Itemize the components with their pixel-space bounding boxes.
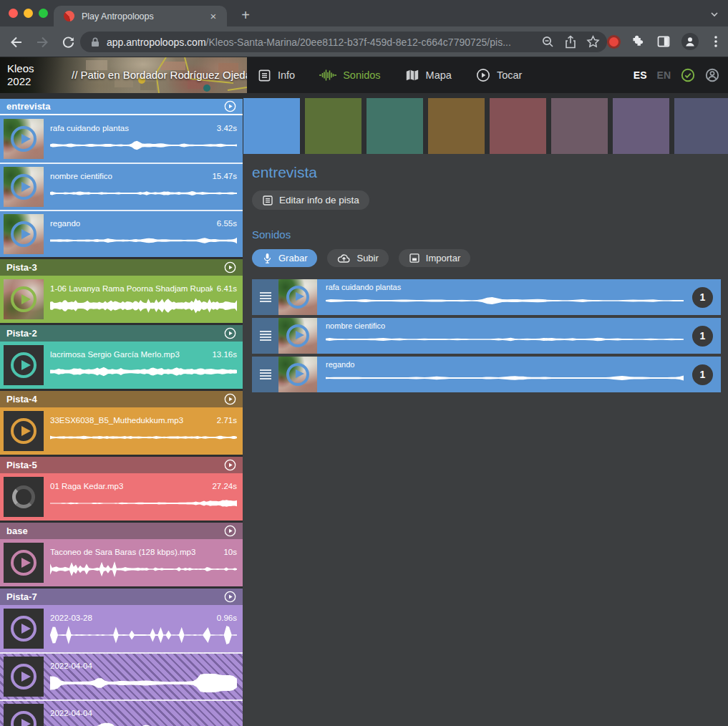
track-header[interactable]: entrevista xyxy=(0,99,243,115)
upload-button[interactable]: Subir xyxy=(327,249,388,267)
sound-title: 1-06 Lavanya Rama Poorna Shadjam Rupak..… xyxy=(50,284,213,293)
nav-tab-info[interactable]: Info xyxy=(258,69,295,82)
sound-duration: 10s xyxy=(223,548,237,556)
tab-search-chevron-icon[interactable] xyxy=(709,9,719,19)
lang-es-button[interactable]: ES xyxy=(634,69,647,81)
track-swatch-6[interactable] xyxy=(551,98,608,154)
track-play-icon[interactable] xyxy=(224,100,236,112)
sound-thumbnail[interactable] xyxy=(4,477,44,517)
track-header[interactable]: Pista-4 xyxy=(0,391,243,407)
zoom-window-button[interactable] xyxy=(39,9,48,18)
drag-handle[interactable] xyxy=(252,357,278,392)
sound-item[interactable]: regando6.55s xyxy=(0,210,243,257)
track-swatch-3[interactable] xyxy=(367,98,423,154)
import-button[interactable]: Importar xyxy=(399,249,470,267)
sound-item[interactable]: 01 Raga Kedar.mp327.24s xyxy=(0,473,243,521)
sound-item[interactable]: lacrimosa Sergio García Merlo.mp313.16s xyxy=(0,342,243,389)
nav-tab-tocar[interactable]: Tocar xyxy=(476,68,522,82)
reload-button[interactable] xyxy=(59,33,77,52)
forward-button[interactable] xyxy=(33,33,52,52)
sound-thumbnail[interactable] xyxy=(4,609,44,649)
sound-item[interactable]: 2022-04-04 xyxy=(0,700,243,726)
extensions-puzzle-icon[interactable] xyxy=(631,34,646,49)
account-icon[interactable] xyxy=(705,68,719,82)
sound-thumbnail[interactable] xyxy=(4,279,44,319)
track-swatch-1[interactable] xyxy=(243,98,300,154)
sound-item[interactable]: 2022-03-280.96s xyxy=(0,605,243,652)
sound-thumbnail[interactable] xyxy=(4,345,44,385)
track-header[interactable]: Pista-5 xyxy=(0,457,243,473)
side-panel-icon[interactable] xyxy=(656,34,671,49)
track-play-icon[interactable] xyxy=(224,591,236,603)
track-swatch-5[interactable] xyxy=(490,98,546,154)
sound-item[interactable]: 33ESX6038_B5_Muthedukkum.mp32.71s xyxy=(0,407,243,455)
share-icon[interactable] xyxy=(564,35,577,49)
sound-thumbnail[interactable] xyxy=(4,214,44,254)
sound-duration: 15.47s xyxy=(212,172,237,180)
drag-handle[interactable] xyxy=(252,279,278,315)
sound-thumbnail[interactable] xyxy=(4,543,44,583)
track-section-pista-5: Pista-5 01 Raga Kedar.mp327.24s xyxy=(0,457,243,521)
nav-tab-sonidos[interactable]: Sonidos xyxy=(319,69,380,82)
track-play-icon[interactable] xyxy=(224,393,236,405)
sound-thumbnail[interactable] xyxy=(4,119,44,159)
track-header[interactable]: base xyxy=(0,523,243,539)
lang-en-button[interactable]: EN xyxy=(657,69,671,81)
waveform xyxy=(326,292,684,309)
sound-thumbnail[interactable] xyxy=(4,704,44,726)
new-tab-button[interactable]: + xyxy=(236,6,255,24)
sound-row[interactable]: regando 1 xyxy=(252,357,721,392)
tab-close-icon[interactable]: × xyxy=(207,10,220,22)
browser-toolbar: app.antropoloops.com/Kleos-Santa-Marina/… xyxy=(0,26,728,57)
bookmark-star-icon[interactable] xyxy=(586,35,600,49)
drag-handle-icon xyxy=(260,291,271,304)
window-controls xyxy=(9,9,48,18)
record-button[interactable]: Grabar xyxy=(252,249,317,267)
sound-thumbnail[interactable] xyxy=(4,657,44,697)
record-extension-icon[interactable] xyxy=(609,37,618,47)
sound-row[interactable]: nombre cientifico 1 xyxy=(252,318,721,354)
edit-track-info-button[interactable]: Editar info de pista xyxy=(252,190,369,210)
sound-thumbnail[interactable] xyxy=(4,167,44,207)
nav-tab-mapa[interactable]: Mapa xyxy=(405,69,452,82)
microphone-icon xyxy=(262,253,273,264)
logo-line-2: 2022 xyxy=(7,75,34,88)
track-swatch-8[interactable] xyxy=(674,98,728,154)
minimize-window-button[interactable] xyxy=(24,9,33,18)
sound-item[interactable]: rafa cuidando plantas3.42s xyxy=(0,115,243,163)
address-bar[interactable]: app.antropoloops.com/Kleos-Santa-Marina/… xyxy=(80,32,607,52)
sound-item[interactable]: 2022-04-04 xyxy=(0,652,243,700)
zoom-out-icon[interactable] xyxy=(541,35,555,49)
track-header[interactable]: Pista-3 xyxy=(0,259,243,276)
track-play-icon[interactable] xyxy=(224,525,236,537)
lock-icon[interactable] xyxy=(90,37,100,48)
sound-item[interactable]: 1-06 Lavanya Rama Poorna Shadjam Rupak..… xyxy=(0,276,243,323)
panel-title: entrevista xyxy=(252,164,721,181)
track-swatch-7[interactable] xyxy=(613,98,669,154)
track-swatch-2[interactable] xyxy=(305,98,361,154)
sound-thumbnail[interactable] xyxy=(278,357,317,392)
sound-item[interactable]: nombre cientifico15.47s xyxy=(0,163,243,210)
track-header[interactable]: Pista-7 xyxy=(0,589,243,605)
drag-handle[interactable] xyxy=(252,318,278,354)
sound-item[interactable]: Taconeo de Sara Baras (128 kbps).mp310s xyxy=(0,539,243,586)
sound-thumbnail[interactable] xyxy=(278,279,317,315)
check-circle-icon[interactable] xyxy=(681,68,695,82)
browser-menu-kebab-icon[interactable] xyxy=(709,34,722,49)
back-button[interactable] xyxy=(7,33,26,52)
sound-row[interactable]: rafa cuidando plantas 1 xyxy=(252,279,721,315)
profile-avatar[interactable] xyxy=(681,33,699,50)
sound-thumbnail[interactable] xyxy=(278,318,317,354)
track-play-icon[interactable] xyxy=(224,459,236,471)
project-map-banner: Kleos 2022 // Patio en Bordador Rodrígue… xyxy=(0,57,247,93)
waveform xyxy=(50,720,237,726)
track-play-icon[interactable] xyxy=(224,261,236,274)
sound-thumbnail[interactable] xyxy=(4,411,44,451)
close-window-button[interactable] xyxy=(9,9,18,18)
tab-title: Play Antropoloops xyxy=(82,11,207,21)
track-header[interactable]: Pista-2 xyxy=(0,325,243,342)
browser-tab[interactable]: Play Antropoloops × xyxy=(54,6,227,26)
track-swatch-4[interactable] xyxy=(428,98,485,154)
project-logo[interactable]: Kleos 2022 xyxy=(7,62,34,88)
track-play-icon[interactable] xyxy=(224,327,236,339)
